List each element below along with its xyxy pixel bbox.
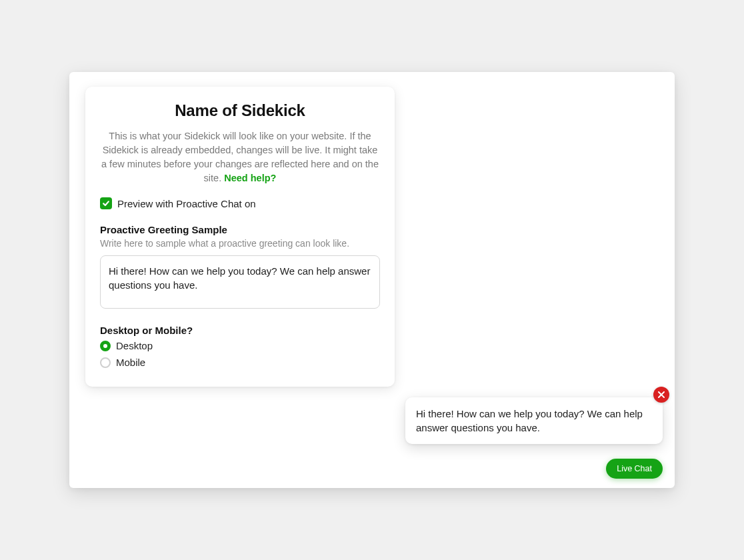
greeting-help: Write here to sample what a proactive gr…	[100, 238, 380, 249]
greeting-textarea[interactable]	[100, 255, 380, 309]
preview-checkbox-row[interactable]: Preview with Proactive Chat on	[100, 197, 380, 209]
radio-icon[interactable]	[100, 357, 111, 368]
device-radio-group: Desktop Mobile	[100, 340, 380, 368]
preview-canvas: Name of Sidekick This is what your Sidek…	[69, 72, 675, 488]
radio-desktop[interactable]: Desktop	[100, 340, 380, 351]
radio-icon[interactable]	[100, 341, 111, 351]
radio-mobile[interactable]: Mobile	[100, 357, 380, 368]
chat-bubble: Hi there! How can we help you today? We …	[405, 397, 663, 444]
need-help-link[interactable]: Need help?	[224, 173, 276, 183]
device-label: Desktop or Mobile?	[100, 325, 380, 336]
chat-close-button[interactable]	[653, 387, 669, 403]
radio-label: Desktop	[116, 340, 153, 351]
close-icon	[658, 389, 665, 401]
preview-checkbox-label: Preview with Proactive Chat on	[117, 198, 256, 209]
chat-message: Hi there! How can we help you today? We …	[416, 408, 643, 433]
checkbox-icon[interactable]	[100, 197, 112, 209]
radio-label: Mobile	[116, 357, 145, 368]
config-card: Name of Sidekick This is what your Sidek…	[85, 87, 395, 387]
greeting-label: Proactive Greeting Sample	[100, 224, 380, 235]
live-chat-button[interactable]: Live Chat	[606, 459, 663, 479]
card-title: Name of Sidekick	[100, 101, 380, 120]
card-description: This is what your Sidekick will look lik…	[100, 129, 380, 185]
